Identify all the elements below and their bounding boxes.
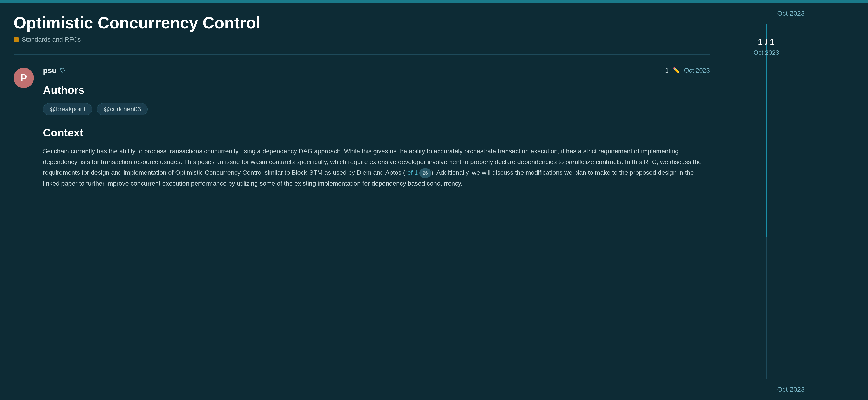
top-bar: [0, 0, 868, 3]
category-tag: Standards and RFCs: [13, 36, 710, 43]
post-body: psu 🛡 1 ✏️ Oct 2023 Authors @breakpoint …: [43, 66, 710, 189]
sidebar-date-bottom: Oct 2023: [728, 386, 805, 393]
post-context-text: Sei chain currently has the ability to p…: [43, 146, 710, 189]
category-dot: [13, 37, 19, 42]
post-date: Oct 2023: [684, 67, 710, 74]
timeline-container: 1 / 1 Oct 2023: [728, 24, 805, 379]
pencil-icon: ✏️: [673, 67, 680, 74]
sidebar: Oct 2023 1 / 1 Oct 2023 Oct 2023: [723, 3, 809, 400]
ref-link[interactable]: ref 1: [405, 169, 418, 176]
shield-icon: 🛡: [60, 67, 66, 74]
context-heading: Context: [43, 127, 710, 139]
authors-row: @breakpoint @codchen03: [43, 103, 710, 115]
post-author-row: psu 🛡: [43, 66, 66, 75]
post-container: P psu 🛡 1 ✏️ Oct 2023 Authors @breakpoi: [13, 66, 710, 189]
ref-badge: 26: [419, 168, 431, 178]
category-label[interactable]: Standards and RFCs: [22, 36, 81, 43]
username[interactable]: psu: [43, 66, 57, 75]
authors-heading: Authors: [43, 84, 710, 96]
timeline-content: 1 / 1 Oct 2023: [728, 24, 805, 70]
avatar: P: [13, 68, 34, 88]
page-title: Optimistic Concurrency Control: [13, 14, 710, 32]
layout-wrapper: Optimistic Concurrency Control Standards…: [0, 0, 868, 400]
timeline-page-num: 1 / 1: [758, 37, 775, 47]
timeline-page-indicator: 1 / 1 Oct 2023: [753, 37, 779, 56]
author-tag-breakpoint[interactable]: @breakpoint: [43, 103, 92, 115]
edit-count: 1: [665, 67, 669, 74]
post-date-row: 1 ✏️ Oct 2023: [665, 67, 710, 74]
timeline-page-date: Oct 2023: [753, 49, 779, 56]
main-content: Optimistic Concurrency Control Standards…: [0, 3, 723, 400]
author-tag-codchen03[interactable]: @codchen03: [97, 103, 147, 115]
sidebar-date-top: Oct 2023: [728, 9, 805, 17]
post-meta: psu 🛡 1 ✏️ Oct 2023: [43, 66, 710, 75]
